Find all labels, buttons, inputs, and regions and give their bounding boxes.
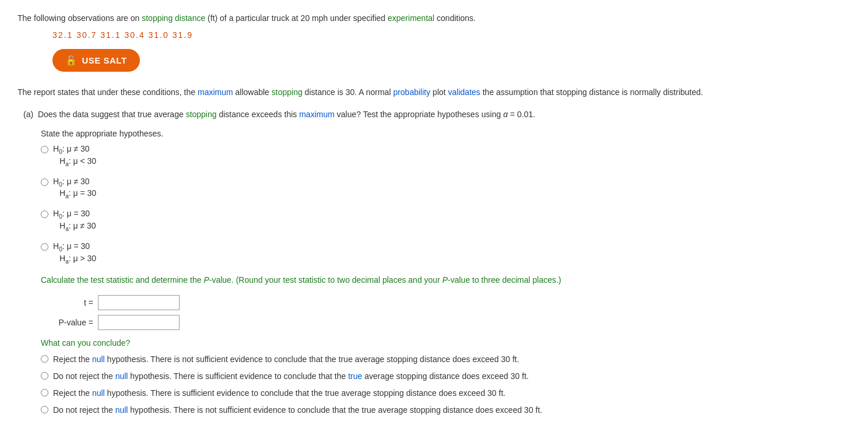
hypothesis-radio-3[interactable] bbox=[41, 211, 48, 218]
conclusion-option-4[interactable]: Do not reject the null hypothesis. There… bbox=[41, 404, 851, 416]
pvalue-input[interactable] bbox=[98, 315, 180, 330]
hypothesis-1-h0: H0: μ ≠ 30 bbox=[53, 144, 90, 155]
conclusion-option-3[interactable]: Reject the null hypothesis. There is suf… bbox=[41, 387, 851, 399]
pvalue-row: P-value = bbox=[52, 315, 851, 330]
hypothesis-3-ha: Ha: μ ≠ 30 bbox=[59, 221, 851, 232]
conclusion-options: Reject the null hypothesis. There is not… bbox=[41, 353, 851, 416]
conclude-label: What can you conclude? bbox=[41, 338, 851, 348]
hypothesis-option-3: H0: μ = 30 Ha: μ ≠ 30 bbox=[41, 209, 851, 233]
use-salt-button[interactable]: 🔓 USE SALT bbox=[52, 49, 140, 72]
hypothesis-option-1: H0: μ ≠ 30 Ha: μ < 30 bbox=[41, 144, 851, 169]
conclusion-option-1[interactable]: Reject the null hypothesis. There is not… bbox=[41, 353, 851, 366]
conclusion-option-2[interactable]: Do not reject the null hypothesis. There… bbox=[41, 370, 851, 383]
hypothesis-option-2-row[interactable]: H0: μ ≠ 30 bbox=[41, 177, 851, 188]
t-statistic-row: t = bbox=[52, 295, 851, 310]
pvalue-label: P-value = bbox=[52, 318, 93, 327]
hypothesis-option-3-row[interactable]: H0: μ = 30 bbox=[41, 209, 851, 220]
conclusion-4-text: Do not reject the null hypothesis. There… bbox=[53, 404, 542, 416]
conclusion-radio-4[interactable] bbox=[41, 406, 48, 413]
hypothesis-1-ha: Ha: μ < 30 bbox=[59, 156, 851, 167]
use-salt-label: USE SALT bbox=[82, 55, 127, 65]
conclusion-radio-2[interactable] bbox=[41, 372, 48, 380]
data-values: 32.1 30.7 31.1 30.4 31.0 31.9 bbox=[52, 30, 851, 40]
hypothesis-4-h0: H0: μ = 30 bbox=[53, 241, 90, 252]
report-text: The report states that under these condi… bbox=[17, 86, 851, 100]
conclusion-radio-1[interactable] bbox=[41, 355, 48, 363]
hypothesis-option-1-row[interactable]: H0: μ ≠ 30 bbox=[41, 144, 851, 155]
part-a-question-text: Does the data suggest that true average … bbox=[38, 110, 535, 119]
conclusion-radio-3[interactable] bbox=[41, 389, 48, 397]
hypothesis-option-2: H0: μ ≠ 30 Ha: μ = 30 bbox=[41, 177, 851, 201]
part-a-label-letter: (a) bbox=[23, 110, 38, 119]
salt-icon: 🔓 bbox=[65, 55, 78, 66]
hypothesis-radio-1[interactable] bbox=[41, 146, 48, 153]
conclusion-1-text: Reject the null hypothesis. There is not… bbox=[53, 353, 519, 366]
conclusion-2-text: Do not reject the null hypothesis. There… bbox=[53, 370, 529, 383]
hypothesis-option-4-row[interactable]: H0: μ = 30 bbox=[41, 241, 851, 252]
conclusion-3-text: Reject the null hypothesis. There is suf… bbox=[53, 387, 505, 399]
hypothesis-4-ha: Ha: μ > 30 bbox=[59, 254, 851, 265]
intro-text: The following observations are on stoppi… bbox=[17, 12, 851, 24]
hypothesis-2-ha: Ha: μ = 30 bbox=[59, 188, 851, 199]
hypothesis-option-4: H0: μ = 30 Ha: μ > 30 bbox=[41, 241, 851, 266]
part-a-question: (a) Does the data suggest that true aver… bbox=[23, 108, 851, 122]
hypothesis-3-h0: H0: μ = 30 bbox=[53, 209, 90, 220]
t-label: t = bbox=[52, 298, 93, 307]
state-hypotheses-label: State the appropriate hypotheses. bbox=[41, 129, 851, 138]
hypothesis-2-h0: H0: μ ≠ 30 bbox=[53, 177, 90, 188]
part-a-section: (a) Does the data suggest that true aver… bbox=[23, 108, 851, 416]
calculate-instruction: Calculate the test statistic and determi… bbox=[41, 273, 851, 286]
hypothesis-radio-2[interactable] bbox=[41, 178, 48, 186]
t-input[interactable] bbox=[98, 295, 180, 310]
hypothesis-radio-4[interactable] bbox=[41, 243, 48, 251]
